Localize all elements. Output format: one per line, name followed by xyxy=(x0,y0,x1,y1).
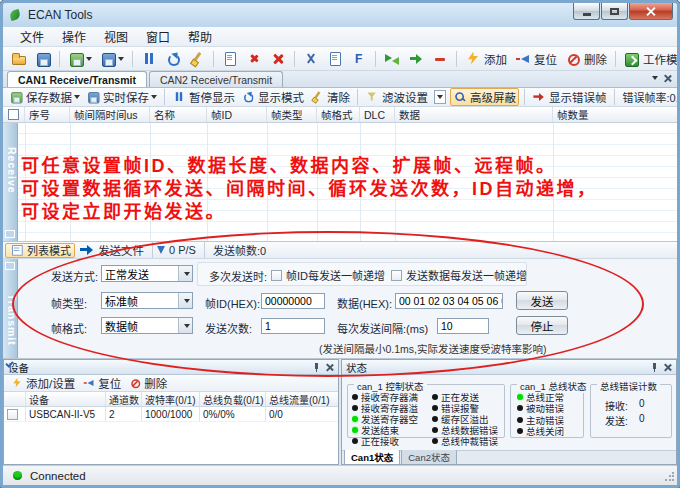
pin-icon[interactable] xyxy=(312,363,321,372)
col-frame-format[interactable]: 帧格式 xyxy=(317,107,360,122)
cut-button[interactable] xyxy=(300,50,322,68)
frame-type-select[interactable]: 标准帧 xyxy=(101,292,193,309)
minimize-button[interactable] xyxy=(573,3,600,20)
format-button[interactable] xyxy=(348,50,370,68)
inc-frame-id-checkbox[interactable]: 帧ID每发送一帧递增 xyxy=(271,267,385,283)
menu-operate[interactable]: 操作 xyxy=(53,26,95,47)
delete-all-button[interactable] xyxy=(267,50,289,68)
select-all-checkbox[interactable] xyxy=(8,109,19,120)
paste-button[interactable] xyxy=(324,50,346,68)
panel-restore-icon[interactable] xyxy=(5,230,15,238)
col-interval[interactable]: 帧间隔时间us xyxy=(70,107,150,122)
tab-can2[interactable]: CAN2 Receive/Transmit xyxy=(149,71,283,87)
col-channels[interactable]: 通道数 xyxy=(106,392,142,406)
channel-tab-bar: CAN1 Receive/Transmit CAN2 Receive/Trans… xyxy=(3,71,677,88)
show-error-frames-button[interactable]: 显示错误帧 xyxy=(530,89,609,105)
pin-icon[interactable] xyxy=(650,363,659,372)
add-device-button[interactable]: 添加 xyxy=(462,50,510,68)
clear-list-button[interactable]: 清除 xyxy=(308,89,352,105)
tab-can2-status[interactable]: Can2状态 xyxy=(401,449,457,464)
inc-data-checkbox[interactable]: 发送数据每发送一帧递增 xyxy=(391,267,527,283)
reset-button[interactable]: 复位 xyxy=(512,50,560,68)
pause-button[interactable] xyxy=(138,50,160,68)
tab-close-icon[interactable] xyxy=(664,74,672,82)
col-data[interactable]: 数据 xyxy=(395,107,553,122)
col-frame-type[interactable]: 帧类型 xyxy=(267,107,317,122)
advanced-mask-button[interactable]: 高级屏蔽 xyxy=(450,88,519,106)
send-count-input[interactable]: 1 xyxy=(261,318,325,334)
receive-side-tab[interactable]: Receive xyxy=(3,125,18,215)
tab-list-dropdown[interactable] xyxy=(652,76,658,80)
menu-view[interactable]: 视图 xyxy=(95,26,137,47)
delete-all-x-icon xyxy=(270,51,286,67)
col-device[interactable]: 设备 xyxy=(26,392,106,406)
inc-frame-id-label: 帧ID每发送一帧递增 xyxy=(286,267,385,283)
caret-down-icon xyxy=(184,299,190,303)
col-name[interactable]: 名称 xyxy=(150,107,207,122)
col-frame-id[interactable]: 帧ID xyxy=(207,107,267,122)
list-mode-button[interactable]: 列表模式 xyxy=(5,243,75,258)
refresh-button[interactable] xyxy=(162,50,184,68)
device-delete-button[interactable]: 删除 xyxy=(126,374,170,392)
checkbox-box[interactable] xyxy=(271,270,282,281)
forward-button[interactable] xyxy=(405,50,427,68)
remove-line-button[interactable] xyxy=(429,50,451,68)
frame-id-input[interactable]: 00000000 xyxy=(261,293,325,309)
caret-down-icon xyxy=(184,272,190,276)
menu-window[interactable]: 窗口 xyxy=(137,26,179,47)
frame-format-select[interactable]: 数据帧 xyxy=(101,317,193,334)
close-button[interactable] xyxy=(629,3,673,20)
menu-file[interactable]: 文件 xyxy=(11,26,53,47)
combo-dropdown-button[interactable] xyxy=(178,318,192,333)
filter-settings-button[interactable]: 滤波设置 xyxy=(363,89,430,105)
delete-device-button[interactable]: 删除 xyxy=(562,50,610,68)
receive-list-area[interactable]: Receive 可任意设置帧ID、数据长度、数据内容、扩展帧、远程帧。 可设置数… xyxy=(3,123,677,241)
tab-can1[interactable]: CAN1 Receive/Transmit xyxy=(7,71,147,87)
save-data-dropdown-button[interactable] xyxy=(65,50,95,68)
close-panel-icon[interactable] xyxy=(664,363,672,371)
combo-dropdown-button[interactable] xyxy=(178,293,192,308)
device-enabled-checkbox[interactable] xyxy=(7,409,18,420)
resize-grip[interactable] xyxy=(664,472,674,482)
maximize-button[interactable] xyxy=(601,3,628,20)
device-reset-button[interactable]: 复位 xyxy=(80,374,124,392)
col-dlc[interactable]: DLC xyxy=(360,107,395,122)
filter-combobox[interactable] xyxy=(434,90,446,104)
col-index[interactable]: 序号 xyxy=(25,107,70,122)
transmit-rate-down-icon xyxy=(157,246,165,254)
save-data-button[interactable]: 保存数据 xyxy=(7,89,82,105)
combo-dropdown-button[interactable] xyxy=(178,266,192,281)
transmit-form: 发送方式: 正常发送 多次发送时: 帧ID每发送一帧递增 发送数据每发送一帧递增… xyxy=(19,259,677,358)
pause-display-button[interactable]: 暂停显示 xyxy=(170,89,237,105)
tab-can1-status[interactable]: Can1状态 xyxy=(344,449,400,464)
col-bus-traffic[interactable]: 总线流量(0/1) xyxy=(266,392,338,406)
menu-help[interactable]: 帮助 xyxy=(179,26,221,47)
save-button[interactable] xyxy=(32,50,54,68)
sync-button[interactable] xyxy=(381,50,403,68)
refresh-icon xyxy=(165,51,181,67)
stop-button[interactable]: 停止 xyxy=(516,316,568,335)
select-all-cell[interactable] xyxy=(3,107,25,122)
close-panel-icon[interactable] xyxy=(326,363,334,371)
realtime-save-button[interactable]: 实时保存 xyxy=(84,89,159,105)
save-log-dropdown-button[interactable] xyxy=(97,50,127,68)
col-bus-load[interactable]: 总线负载(0/1) xyxy=(200,392,266,406)
transmit-side-tab[interactable]: Transmit xyxy=(3,275,18,365)
open-button[interactable] xyxy=(8,50,30,68)
panel-restore-icon[interactable] xyxy=(5,262,15,270)
send-file-button[interactable]: 发送文件 xyxy=(76,241,147,259)
work-mode-button[interactable]: 工作模式 xyxy=(621,50,680,68)
interval-input[interactable]: 10 xyxy=(437,318,489,334)
display-mode-button[interactable]: 显示模式 xyxy=(239,89,306,105)
checkbox-box[interactable] xyxy=(391,270,402,281)
clear-button[interactable] xyxy=(186,50,208,68)
send-mode-select[interactable]: 正常发送 xyxy=(101,265,193,282)
copy-button[interactable] xyxy=(219,50,241,68)
col-baud[interactable]: 波特率(0/1) xyxy=(142,392,200,406)
send-button[interactable]: 发送 xyxy=(516,291,568,310)
device-add-button[interactable]: 添加/设置 xyxy=(8,374,78,392)
delete-row-button[interactable] xyxy=(243,50,265,68)
device-row[interactable]: USBCAN-II-V5 2 1000/1000 0%/0% 0/0 xyxy=(4,407,338,422)
data-input[interactable]: 00 01 02 03 04 05 06 07 xyxy=(395,293,503,309)
col-frame-count[interactable]: 帧数量 xyxy=(553,107,677,122)
